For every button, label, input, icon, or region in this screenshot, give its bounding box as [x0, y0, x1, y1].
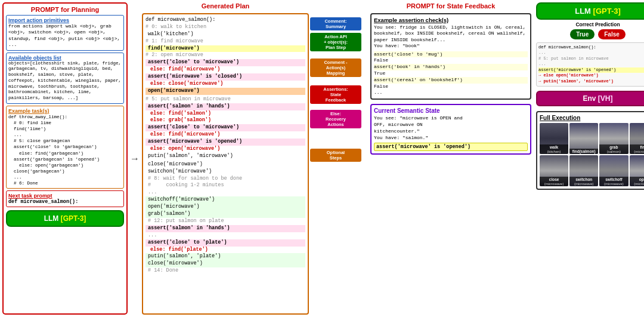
snippet-assert: assert('microwave' is 'opened'): [538, 67, 644, 73]
main-container: PROMPT for Planning Import action primit…: [0, 0, 644, 317]
exec-cell-4: find (microwave): [630, 123, 645, 154]
middle-column: Generated Plan def microwave_salmon(): #…: [142, 2, 309, 315]
execution-grid: walk (kitchen) find(salmon) grab (salmon…: [540, 123, 644, 186]
example-tasks-panel: Example task(s) def throw_away_lime(): #…: [6, 106, 124, 189]
snippet-line1: def microwave_salmon():: [538, 45, 644, 50]
side-badges-container: Comment:Summary Action API+ object(s):Pl…: [310, 17, 361, 162]
snippet-line3: # 5: put salmon in microwave: [538, 56, 644, 61]
badge-else-recovery: Else:RecoveryActions: [310, 110, 361, 128]
correct-prediction-row: Correct Prediction: [536, 21, 644, 27]
llm-label-left: LLM: [44, 214, 59, 223]
llm-box-far-right[interactable]: LLM [GPT-3]: [536, 2, 644, 20]
plan-close-micro: close('microwave'): [145, 161, 305, 168]
plan-putin-plate: putin('salmon', 'plate'): [145, 253, 305, 260]
plan-assert-closed: assert('microwave' is 'closed'): [145, 73, 305, 81]
next-task-content: def microwave_salmon():: [8, 199, 122, 205]
badge-optional: OptionalSteps: [310, 149, 361, 162]
far-right-column: LLM [GPT-3] Correct Prediction True Fals…: [534, 2, 644, 315]
snippet-line4: ...: [538, 61, 644, 67]
correct-prediction-label: Correct Prediction: [575, 21, 620, 27]
full-execution-panel: Full Execution walk (kitchen) find(salmo…: [536, 111, 644, 190]
example-tasks-title: Example task(s): [8, 108, 122, 114]
plan-code-block: def microwave_salmon(): # 0: walk to kit…: [145, 17, 305, 275]
left-column: PROMPT for Planning Import action primit…: [2, 2, 128, 315]
plan-putin: putin('salmon', 'microwave'): [145, 153, 305, 160]
exec-cell-9: switchoff (microwave): [599, 155, 628, 186]
badge-comment-action: Comment -Action(s)Mapping: [310, 59, 361, 77]
plan-walk: walk('kitchen'): [145, 31, 305, 38]
snippet-line2: ...: [538, 50, 644, 56]
plan-else-grab-salmon: else: grab('salmon'): [145, 117, 305, 124]
plan-assert-micro-opened: assert('microwave' is 'opened'): [145, 139, 305, 146]
plan-else-find-micro2: else: find('microwave'): [145, 131, 305, 139]
objects-title: Available objects list: [8, 55, 122, 61]
plan-assert-salmon: assert('salmon' in 'hands'): [145, 103, 305, 110]
check-ellipsis: ...: [374, 90, 528, 96]
top-far-right: LLM [GPT-3] Correct Prediction True Fals…: [536, 2, 644, 106]
check-3: assert('cereal' on 'bookshelf'): [374, 77, 528, 84]
import-title: Import action primitives: [8, 17, 122, 23]
prompt-planning-title: PROMPT for Planning: [6, 6, 124, 13]
badge-action-api: Action API+ object(s):Plan Step: [310, 33, 361, 51]
assertion-text: You see: fridge is CLOSED, lightswitch i…: [374, 24, 528, 50]
snippet-putin: → putin('salmon', 'microwave'): [538, 79, 644, 84]
current-state-title: Current Semantic State: [374, 107, 528, 114]
env-button[interactable]: Env [VH]: [536, 91, 644, 106]
import-content: from actions import walk <obj>, grab <ob…: [8, 23, 122, 48]
plan-comment14: # 14: Done: [145, 267, 305, 275]
llm-code-section: LLM [GPT-3] Correct Prediction True Fals…: [536, 2, 644, 106]
assertion-check-title: Example assertion check(s): [374, 17, 528, 23]
plan-assert-close-micro2: assert('close' to 'microwave'): [145, 124, 305, 131]
true-false-row: True False: [536, 29, 644, 39]
plan-func-def: def microwave_salmon():: [145, 17, 305, 24]
objects-content: objects=[clothesshirt sink, plate, fridg…: [8, 61, 122, 101]
assertion-checks-list: assert('close' to 'mug') False assert('b…: [374, 51, 528, 97]
exec-cell-7: close (microwave): [540, 155, 568, 186]
plan-grab-salmon: grab('salmon'): [145, 211, 305, 218]
plan-else-open-micro: else: open('microwave'): [145, 146, 305, 153]
import-primitives-panel: Import action primitives from actions im…: [6, 15, 124, 51]
full-execution-title: Full Execution: [540, 115, 644, 121]
llm-far-right-model: [GPT-3]: [593, 7, 621, 16]
plan-comment5: # 5: put salmon in microwave: [145, 96, 305, 103]
assertion-check-panel: Example assertion check(s) You see: frid…: [370, 13, 531, 100]
llm-button-left[interactable]: LLM [GPT-3]: [6, 210, 124, 227]
next-task-panel: Next task prompt def microwave_salmon():: [6, 190, 124, 207]
exec-cell-10: open (microwave): [630, 155, 645, 186]
next-task-title: Next task prompt: [8, 193, 122, 199]
plan-find-micro: find('microwave'): [145, 45, 305, 53]
plan-comment8: # 8: wait for salmon to be done # cookin…: [145, 176, 305, 190]
exec-cell-8: switchon (microwave): [569, 155, 598, 186]
plan-switchon: switchon('microwave'): [145, 168, 305, 176]
check-2: assert('book' in 'hands'): [374, 64, 528, 70]
plan-comment1: # 1: find microwave: [145, 38, 305, 45]
right-column: PROMPT for State Feedback Example assert…: [370, 2, 531, 315]
plan-else-find-salmon: else: find('salmon'): [145, 110, 305, 118]
check-1-result: False: [374, 57, 528, 64]
plan-assert-salmon2: assert('salmon' in 'hands'): [145, 225, 305, 232]
plan-open-micro2: open('microwave'): [145, 204, 305, 211]
llm-model-left: [GPT-3]: [61, 214, 86, 223]
example-tasks-content: def throw_away_lime(): # 0: find lime fi…: [8, 114, 122, 187]
true-badge: True: [570, 29, 595, 39]
exec-cell-3: grab (salmon): [599, 123, 628, 154]
plan-ellipsis2: ...: [145, 232, 305, 239]
plan-else-close: else: close('microwave'): [145, 81, 305, 88]
badge-comment-summary: Comment:Summary: [310, 17, 361, 30]
plan-assert-close: assert('close' to 'microwave'): [145, 59, 305, 66]
plan-switchoff: switchoff('microwave'): [145, 196, 305, 204]
objects-list-panel: Available objects list objects=[clothess…: [6, 53, 124, 104]
badge-assertions: Assertions:StateFeedback: [310, 85, 361, 104]
plan-comment0: # 0: walk to kitchen: [145, 24, 305, 31]
plan-else-find: else: find('microwave'): [145, 66, 305, 73]
generated-plan-panel: def microwave_salmon(): # 0: walk to kit…: [142, 13, 309, 315]
check-2-result: True: [374, 70, 528, 77]
prompt-feedback-title: PROMPT for State Feedback: [370, 2, 531, 10]
plan-open-micro: open('microwave'): [145, 88, 305, 95]
check-3-result: False: [374, 84, 528, 90]
snippet-else-open: → else open('microwave'): [538, 73, 644, 78]
false-badge: False: [598, 29, 626, 39]
generated-plan-title: Generated Plan: [142, 2, 309, 10]
current-state-text: You see: "microwave is OPEN and OFF, mic…: [374, 115, 528, 141]
plan-close-micro2: close('microwave'): [145, 260, 305, 267]
